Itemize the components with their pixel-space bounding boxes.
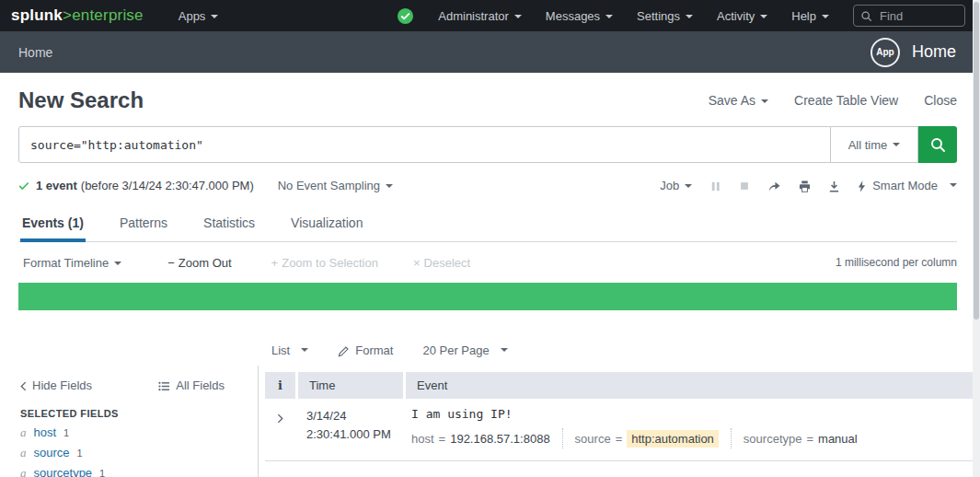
field-separator: [731, 428, 732, 448]
list-view-menu[interactable]: List: [271, 343, 308, 357]
format-timeline-menu[interactable]: Format Timeline: [23, 256, 121, 270]
field-name-link[interactable]: sourcetype: [34, 466, 93, 477]
all-fields-button[interactable]: All Fields: [158, 378, 225, 392]
field-value[interactable]: 192.168.57.1:8088: [450, 432, 549, 446]
chevron-down-icon: [114, 262, 121, 269]
splunk-logo[interactable]: splunk>enterprise: [11, 6, 144, 25]
event-raw-text[interactable]: I am using IP!: [411, 407, 974, 421]
search-mode-menu[interactable]: Smart Mode: [858, 178, 957, 192]
event-sampling-label: No Event Sampling: [278, 179, 380, 192]
print-icon[interactable]: [799, 178, 811, 192]
tab-visualization[interactable]: Visualization: [289, 210, 364, 241]
apps-menu[interactable]: Apps: [179, 9, 219, 23]
app-bar: Home App Home: [0, 31, 980, 73]
administrator-menu-label: Administrator: [438, 9, 509, 23]
field-item-host[interactable]: a host 1: [20, 425, 248, 439]
field-separator: [562, 428, 563, 448]
logo-product-text: >enterprise: [63, 6, 144, 24]
field-type-icon: a: [20, 425, 27, 440]
column-header-time[interactable]: Time: [298, 372, 403, 399]
column-header-info[interactable]: i: [265, 372, 295, 399]
chevron-down-icon: [501, 348, 508, 355]
event-row: 3/14/24 2:30:41.000 PM I am using IP! ho…: [265, 399, 974, 461]
event-field-host[interactable]: host = 192.168.57.1:8088: [411, 432, 550, 446]
app-identity: App Home: [870, 38, 956, 67]
export-download-icon[interactable]: [828, 178, 840, 192]
share-job-icon[interactable]: [767, 178, 781, 192]
expand-event-button[interactable]: [265, 407, 295, 448]
pause-job-icon[interactable]: [709, 178, 721, 192]
field-name-link[interactable]: host: [34, 425, 57, 439]
hide-fields-button[interactable]: Hide Fields: [20, 378, 92, 392]
messages-menu[interactable]: Messages: [546, 9, 613, 23]
search-icon: [860, 7, 872, 24]
lightning-bolt-icon: [858, 178, 866, 192]
search-header-actions: Save As Create Table View Close: [709, 93, 957, 108]
job-menu-label: Job: [660, 179, 679, 192]
results-area: Hide Fields All Fields SELECTED FIELDS a…: [0, 366, 980, 477]
event-sampling-menu[interactable]: No Event Sampling: [278, 179, 393, 192]
save-as-button[interactable]: Save As: [709, 93, 768, 108]
find-input[interactable]: [878, 8, 958, 24]
search-submit-button[interactable]: [918, 126, 957, 163]
search-query-input[interactable]: [18, 126, 831, 163]
chevron-down-icon: [893, 143, 900, 150]
plus-icon: +: [271, 256, 279, 270]
activity-menu[interactable]: Activity: [717, 9, 767, 23]
format-timeline-label: Format Timeline: [23, 256, 109, 270]
timeline-histogram-bar[interactable]: [18, 283, 957, 310]
main-content: New Search Save As Create Table View Clo…: [0, 87, 980, 477]
tab-patterns[interactable]: Patterns: [118, 210, 169, 241]
administrator-menu[interactable]: Administrator: [438, 9, 522, 23]
help-menu[interactable]: Help: [791, 9, 829, 23]
top-navigation-bar: splunk>enterprise Apps Administrator Mes…: [0, 0, 980, 31]
equals-sign: =: [439, 432, 446, 446]
find-search-box[interactable]: [853, 5, 965, 27]
chevron-down-icon: [760, 15, 767, 22]
breadcrumb-home-link[interactable]: Home: [18, 45, 52, 60]
event-field-source[interactable]: source = http:automation: [575, 430, 719, 448]
chevron-down-icon: [761, 99, 768, 107]
health-status-icon[interactable]: [397, 6, 414, 24]
settings-menu[interactable]: Settings: [637, 9, 693, 23]
event-time: 2:30:41.000 PM: [306, 425, 400, 444]
job-status-bar: 1 event (before 3/14/24 2:30:47.000 PM) …: [18, 174, 957, 196]
tab-events[interactable]: Events (1): [20, 210, 86, 242]
chevron-down-icon: [950, 183, 957, 191]
event-date: 3/14/24: [306, 407, 400, 425]
column-header-event[interactable]: Event: [406, 372, 974, 399]
field-value[interactable]: manual: [818, 432, 858, 446]
create-table-view-button[interactable]: Create Table View: [794, 93, 898, 108]
events-table-header: i Time Event: [265, 372, 974, 399]
event-field-values: host = 192.168.57.1:8088 source = http:a…: [411, 428, 974, 448]
settings-menu-label: Settings: [637, 9, 680, 23]
per-page-menu[interactable]: 20 Per Page: [422, 343, 507, 357]
field-value-highlighted[interactable]: http:automation: [627, 430, 719, 448]
zoom-out-button[interactable]: −Zoom Out: [167, 256, 231, 270]
close-button[interactable]: Close: [924, 93, 957, 108]
event-field-sourcetype[interactable]: sourcetype = manual: [744, 432, 858, 446]
search-bar: All time: [18, 126, 957, 163]
tab-statistics[interactable]: Statistics: [202, 210, 257, 241]
job-menu[interactable]: Job: [660, 179, 692, 192]
field-item-source[interactable]: a source 1: [20, 446, 248, 460]
chevron-down-icon: [686, 15, 693, 22]
time-range-label: All time: [848, 138, 888, 152]
vertical-scrollbar[interactable]: [973, 0, 980, 477]
field-name-link[interactable]: source: [34, 446, 70, 460]
field-type-icon: a: [20, 466, 27, 477]
format-results-menu[interactable]: Format: [338, 343, 393, 356]
save-as-label: Save As: [709, 93, 755, 108]
equals-sign: =: [806, 432, 813, 446]
minus-icon: −: [167, 256, 175, 270]
deselect-label: Deselect: [424, 256, 471, 270]
field-key: host: [411, 432, 434, 446]
stop-job-icon[interactable]: [739, 179, 750, 192]
help-menu-label: Help: [791, 9, 816, 23]
event-cell: I am using IP! host = 192.168.57.1:8088 …: [400, 407, 974, 448]
field-item-sourcetype[interactable]: a sourcetype 1: [20, 466, 248, 477]
page-title: New Search: [18, 87, 144, 113]
app-title: Home: [912, 42, 956, 62]
scrollbar-thumb[interactable]: [974, 2, 979, 320]
time-range-picker[interactable]: All time: [831, 126, 918, 163]
